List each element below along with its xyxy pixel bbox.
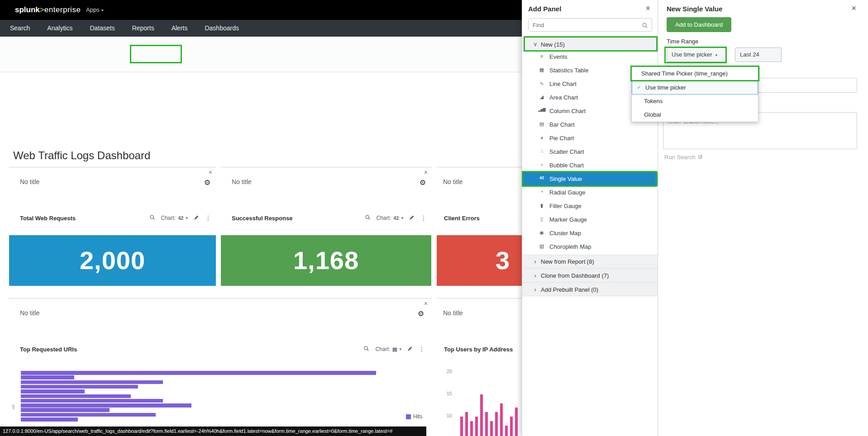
menu-item-shared-time-picker[interactable]: Shared Time Picker (time_range): [632, 67, 758, 81]
browser-status-url: 127.0.0.1:8000/en-US/app/search/web_traf…: [0, 427, 426, 436]
list-item-marker-gauge[interactable]: ▯Marker Gauge: [522, 213, 658, 227]
single-value-icon: 42: [538, 175, 546, 180]
dashboard-title: Web Traffic Logs Dashboard: [13, 149, 150, 162]
panel-no-title: No title: [443, 309, 463, 317]
bar-segment: [21, 385, 138, 389]
nav-item-dashboards[interactable]: Dashboards: [196, 20, 248, 37]
close-icon[interactable]: ×: [424, 170, 428, 175]
y-axis-tick: 10: [440, 413, 452, 418]
close-icon[interactable]: ×: [851, 4, 856, 13]
marker-gauge-icon: ▯: [538, 216, 546, 222]
bar-segment: [21, 417, 78, 422]
add-to-dashboard-button[interactable]: Add to Dashboard: [667, 17, 731, 32]
chevron-down-icon: ∨: [533, 41, 538, 47]
chart-legend: Hits: [406, 413, 423, 420]
nav-item-alerts[interactable]: Alerts: [163, 20, 196, 37]
time-picker-value: Use time picker: [672, 51, 712, 58]
chevron-right-icon: ›: [534, 271, 536, 279]
chevron-right-icon: ›: [534, 257, 536, 265]
menu-item-label: Use time picker: [645, 81, 686, 94]
close-icon[interactable]: ×: [645, 4, 650, 13]
chevron-down-icon: ▾: [186, 216, 188, 220]
pencil-icon[interactable]: [194, 215, 199, 222]
menu-item-label: Global: [644, 108, 661, 122]
pencil-icon[interactable]: [409, 215, 415, 222]
kebab-menu-icon[interactable]: ⋮: [205, 214, 211, 222]
chart-type-selector[interactable]: Chart: ▤ ▾: [375, 346, 401, 352]
section-label: New from Report (8): [541, 258, 594, 265]
search-icon[interactable]: [149, 214, 155, 222]
menu-item-tokens[interactable]: Tokens: [632, 95, 758, 108]
nav-item-reports[interactable]: Reports: [124, 20, 163, 37]
panel-no-title: No title: [20, 178, 40, 185]
section-new[interactable]: ∨ New (15): [522, 38, 658, 51]
list-item-label: Scatter Chart: [549, 148, 584, 155]
run-search-link[interactable]: Run Search: [664, 154, 703, 161]
logo-gt-icon: >: [40, 5, 44, 14]
search-icon[interactable]: [365, 214, 371, 222]
find-search-box: [528, 18, 652, 32]
gear-icon[interactable]: ⚙: [204, 178, 210, 187]
bar-segment: [21, 375, 74, 379]
gear-icon[interactable]: ⚙: [420, 178, 426, 187]
menu-item-use-time-picker[interactable]: ✓ Use time picker: [632, 81, 758, 95]
chart-type-selector[interactable]: Chart: 42 ▾: [161, 215, 188, 221]
menu-item-global[interactable]: Global: [632, 108, 758, 122]
single-value-type-icon: 42: [178, 215, 183, 221]
list-item-bubble-chart[interactable]: ∘Bubble Chart: [522, 159, 658, 172]
section-label: Add Prebuilt Panel (0): [541, 286, 598, 293]
list-item-filler-gauge[interactable]: ▮Filler Gauge: [522, 199, 658, 213]
bar-segment: [21, 394, 131, 398]
menu-item-label: Tokens: [644, 95, 663, 108]
gear-icon[interactable]: ⚙: [418, 309, 424, 318]
time-preset-dropdown-button[interactable]: Last 24 hours▾: [735, 47, 782, 62]
list-item-events[interactable]: ≡Events: [522, 50, 658, 64]
list-item-pie-chart[interactable]: ◕Pie Chart: [522, 132, 658, 145]
apps-menu[interactable]: Apps▾: [86, 0, 104, 20]
bar-segment: [21, 408, 110, 412]
list-item-choropleth-map[interactable]: ▧Choropleth Map: [522, 240, 658, 254]
section-clone-from-dashboard[interactable]: › Clone from Dashboard (7): [522, 269, 658, 282]
bar-chart-type-icon: ▤: [392, 346, 397, 352]
statistics-table-icon: ▦: [538, 67, 546, 73]
list-item-label: Bar Chart: [549, 121, 575, 128]
ip-column-chart: [460, 365, 526, 436]
kebab-menu-icon[interactable]: ⋮: [420, 214, 427, 222]
time-picker-dropdown-button[interactable]: Use time picker▾: [667, 47, 726, 62]
chart-label: Chart:: [161, 215, 176, 221]
viz-title: Successful Response: [232, 215, 292, 222]
time-picker-menu: Shared Time Picker (time_range) ✓ Use ti…: [631, 66, 758, 122]
list-item-radial-gauge[interactable]: ◔Radial Gauge: [522, 186, 658, 199]
list-item-single-value[interactable]: 42Single Value: [522, 172, 658, 186]
check-icon: ✓: [637, 81, 641, 94]
filler-gauge-icon: ▮: [538, 203, 546, 209]
list-item-label: Filler Gauge: [549, 203, 582, 209]
kebab-menu-icon[interactable]: ⋮: [419, 346, 425, 353]
find-input[interactable]: [529, 19, 637, 31]
close-icon[interactable]: ×: [209, 170, 212, 175]
column-segment: [505, 426, 508, 436]
column-chart-icon: ▂▅▇: [538, 108, 546, 112]
bar-segment: [21, 399, 163, 403]
list-item-scatter-chart[interactable]: ∴Scatter Chart: [522, 145, 658, 159]
bubble-chart-icon: ∘: [538, 162, 546, 168]
list-item-cluster-map[interactable]: ◉Cluster Map: [522, 227, 658, 240]
nav-item-datasets[interactable]: Datasets: [81, 20, 123, 37]
list-item-label: Statistics Table: [549, 67, 588, 74]
nav-item-analytics[interactable]: Analytics: [38, 20, 81, 37]
menu-item-label: Shared Time Picker (time_range): [641, 67, 728, 81]
viz-title: Total Web Requests: [20, 215, 76, 222]
chevron-down-icon: ▾: [101, 8, 104, 13]
nav-item-search[interactable]: Search: [1, 20, 38, 37]
panel-total-web-requests: × No title ⚙ Total Web Requests Chart: 4…: [9, 167, 216, 285]
close-icon[interactable]: ×: [424, 301, 428, 306]
column-segment: [510, 417, 513, 436]
pencil-icon[interactable]: [407, 346, 413, 353]
section-new-from-report[interactable]: › New from Report (8): [522, 255, 658, 268]
single-value-block-green: 1,168: [221, 235, 431, 286]
section-add-prebuilt-panel[interactable]: › Add Prebuilt Panel (0): [522, 283, 658, 296]
search-icon[interactable]: [363, 346, 369, 353]
logo-splunk-text: splunk: [15, 5, 40, 14]
run-search-label: Run Search: [664, 154, 696, 161]
chart-type-selector[interactable]: Chart: 42 ▾: [377, 215, 403, 221]
